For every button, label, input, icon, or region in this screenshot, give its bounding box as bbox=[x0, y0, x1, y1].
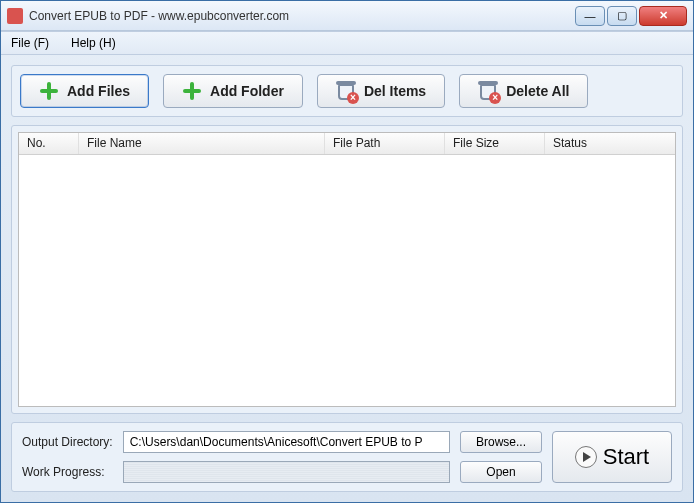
add-folder-button[interactable]: Add Folder bbox=[163, 74, 303, 108]
minimize-button[interactable]: — bbox=[575, 6, 605, 26]
start-label: Start bbox=[603, 444, 649, 470]
bottom-panel: Output Directory: Browse... Work Progres… bbox=[11, 422, 683, 492]
output-dir-label: Output Directory: bbox=[22, 435, 113, 449]
table-body bbox=[19, 155, 675, 406]
bottom-left: Output Directory: Browse... Work Progres… bbox=[22, 431, 542, 483]
add-files-label: Add Files bbox=[67, 83, 130, 99]
del-items-button[interactable]: × Del Items bbox=[317, 74, 445, 108]
plus-icon bbox=[39, 81, 59, 101]
col-file-path[interactable]: File Path bbox=[325, 133, 445, 154]
menu-file[interactable]: File (F) bbox=[5, 34, 55, 52]
browse-button[interactable]: Browse... bbox=[460, 431, 542, 453]
start-button[interactable]: Start bbox=[552, 431, 672, 483]
plus-icon bbox=[182, 81, 202, 101]
delete-all-button[interactable]: × Delete All bbox=[459, 74, 588, 108]
titlebar: Convert EPUB to PDF - www.epubconverter.… bbox=[1, 1, 693, 31]
file-list-panel: No. File Name File Path File Size Status bbox=[11, 125, 683, 414]
menu-help[interactable]: Help (H) bbox=[65, 34, 122, 52]
menubar: File (F) Help (H) bbox=[1, 31, 693, 55]
close-button[interactable]: ✕ bbox=[639, 6, 687, 26]
open-button[interactable]: Open bbox=[460, 461, 542, 483]
window-controls: — ▢ ✕ bbox=[575, 6, 687, 26]
add-folder-label: Add Folder bbox=[210, 83, 284, 99]
file-table: No. File Name File Path File Size Status bbox=[18, 132, 676, 407]
trash-icon: × bbox=[478, 81, 498, 101]
add-files-button[interactable]: Add Files bbox=[20, 74, 149, 108]
output-dir-input[interactable] bbox=[123, 431, 450, 453]
table-header: No. File Name File Path File Size Status bbox=[19, 133, 675, 155]
trash-icon: × bbox=[336, 81, 356, 101]
col-status[interactable]: Status bbox=[545, 133, 675, 154]
delete-all-label: Delete All bbox=[506, 83, 569, 99]
col-file-name[interactable]: File Name bbox=[79, 133, 325, 154]
work-progress-label: Work Progress: bbox=[22, 465, 113, 479]
del-items-label: Del Items bbox=[364, 83, 426, 99]
toolbar: Add Files Add Folder × Del Items × Delet… bbox=[11, 65, 683, 117]
progress-bar bbox=[123, 461, 450, 483]
col-no[interactable]: No. bbox=[19, 133, 79, 154]
play-icon bbox=[575, 446, 597, 468]
window-title: Convert EPUB to PDF - www.epubconverter.… bbox=[29, 9, 575, 23]
col-file-size[interactable]: File Size bbox=[445, 133, 545, 154]
app-icon bbox=[7, 8, 23, 24]
content-area: Add Files Add Folder × Del Items × Delet… bbox=[1, 55, 693, 502]
maximize-button[interactable]: ▢ bbox=[607, 6, 637, 26]
app-window: Convert EPUB to PDF - www.epubconverter.… bbox=[0, 0, 694, 503]
